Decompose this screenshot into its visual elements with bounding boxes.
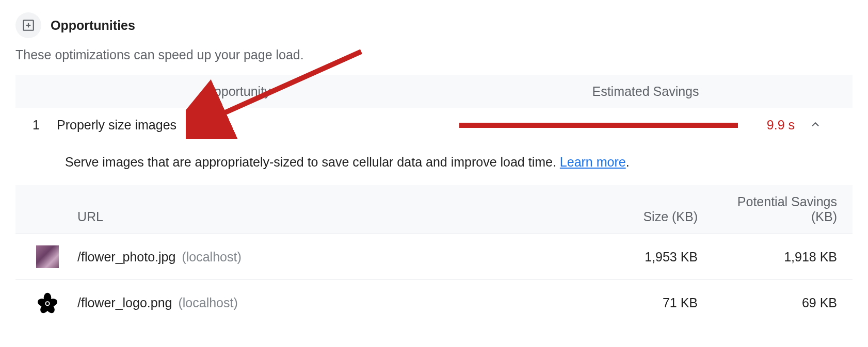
image-thumbnail <box>36 245 59 268</box>
section-subtitle: These optimizations can speed up your pa… <box>15 47 853 62</box>
opportunity-row[interactable]: 1 Properly size images 9.9 s <box>15 108 853 142</box>
savings-bar <box>459 123 738 128</box>
th-size: Size (KB) <box>594 209 708 224</box>
opportunities-icon <box>15 12 41 38</box>
description-text: Serve images that are appropriately-size… <box>65 155 560 169</box>
url-path[interactable]: /flower_logo.png <box>77 295 172 310</box>
chevron-up-icon[interactable] <box>800 119 831 132</box>
url-host: (localhost) <box>178 295 237 310</box>
savings-time: 9.9 s <box>738 118 800 133</box>
opportunity-title: Properly size images <box>57 118 459 133</box>
savings-value: 69 KB <box>708 295 853 310</box>
opportunities-table-header: Opportunity Estimated Savings <box>15 75 853 108</box>
th-opportunity: Opportunity <box>204 84 270 98</box>
details-table: URL Size (KB) Potential Savings (KB) /fl… <box>15 185 853 325</box>
url-path[interactable]: /flower_photo.jpg <box>77 250 175 264</box>
details-header: URL Size (KB) Potential Savings (KB) <box>15 185 853 234</box>
savings-value: 1,918 KB <box>708 250 853 265</box>
size-value: 71 KB <box>594 295 708 310</box>
opportunity-index: 1 <box>15 118 57 133</box>
savings-bar-wrap <box>459 123 738 128</box>
learn-more-link[interactable]: Learn more <box>560 155 626 169</box>
th-url: URL <box>77 209 594 224</box>
table-row: /flower_logo.png(localhost) 71 KB 69 KB <box>15 279 853 325</box>
svg-point-9 <box>46 302 49 305</box>
description-suffix: . <box>626 155 630 169</box>
th-potential-savings: Potential Savings (KB) <box>708 194 853 224</box>
table-row: /flower_photo.jpg(localhost) 1,953 KB 1,… <box>15 234 853 279</box>
opportunity-description: Serve images that are appropriately-size… <box>15 142 853 185</box>
size-value: 1,953 KB <box>594 250 708 265</box>
th-savings: Estimated Savings <box>592 84 699 98</box>
section-title: Opportunities <box>51 18 135 33</box>
url-host: (localhost) <box>182 250 241 264</box>
image-thumbnail <box>36 291 59 314</box>
section-header: Opportunities <box>15 0 853 43</box>
